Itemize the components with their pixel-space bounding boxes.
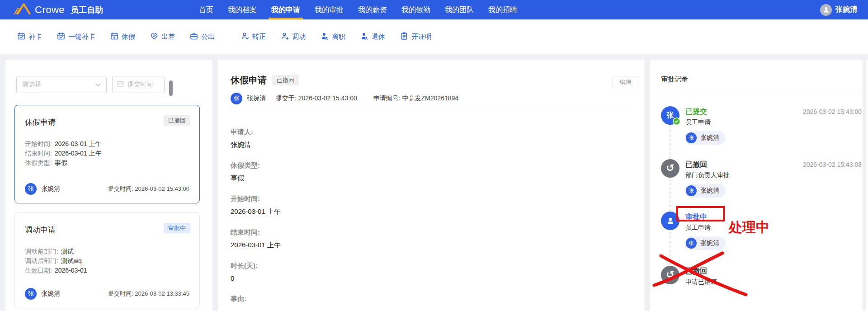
- detail-field-label: 开始时间:: [231, 195, 627, 203]
- toolbar-action-一键补卡[interactable]: 一键补卡: [57, 32, 95, 42]
- user-menu[interactable]: 张婉清: [820, 0, 857, 19]
- toolbar-action-出差[interactable]: 出差: [150, 32, 175, 42]
- nav-item-首页[interactable]: 首页: [199, 0, 213, 19]
- toolbar-action-转正[interactable]: 转正: [241, 32, 266, 42]
- field-value: 2026-03-01: [55, 266, 87, 275]
- detail-field: 开始时间:2026-03-01 上午: [231, 195, 627, 216]
- nav-item-我的薪资[interactable]: 我的薪资: [358, 0, 387, 19]
- field-label: 休假类型:: [25, 158, 52, 168]
- approver-name: 张婉清: [700, 239, 719, 247]
- submitter-name: 张婉清: [41, 185, 60, 193]
- submit-time-date-picker[interactable]: 提交时间: [112, 76, 165, 93]
- person-leave-icon: [321, 32, 329, 42]
- detail-field: 休假类型:事假: [231, 161, 627, 183]
- right-panel-scrollbar[interactable]: [863, 60, 866, 311]
- person-check-icon: [241, 32, 249, 42]
- quick-actions-toolbar: 补卡一键补卡休休假出差公出转正调动离职退休开证明: [0, 19, 868, 54]
- avatar: 张: [686, 132, 697, 143]
- toolbar-action-label: 转正: [252, 33, 266, 41]
- card-field-row: 开始时间:2026-03-01 上午: [25, 139, 189, 149]
- brand[interactable]: Crowe 员工自助: [14, 2, 103, 17]
- detail-field: 时长(天):0: [231, 262, 627, 283]
- detail-field-value: 2026-03-01 上午: [231, 207, 627, 216]
- nav-item-我的申请[interactable]: 我的申请: [271, 0, 300, 19]
- person-retire-icon: [360, 32, 368, 42]
- toolbar-action-退休[interactable]: 退休: [360, 32, 385, 42]
- application-card[interactable]: 休假申请已撤回开始时间:2026-03-01 上午结束时间:2026-03-01…: [14, 105, 200, 203]
- submit-time: 提交时间: 2026-03-02 15:43:00: [108, 185, 189, 193]
- approver-name: 张婉清: [700, 187, 719, 195]
- heart-check-icon: [150, 32, 158, 42]
- card-field-row: 休假类型:事假: [25, 158, 189, 168]
- detail-field: 事由:: [231, 295, 627, 311]
- toolbar-action-label: 休假: [122, 33, 135, 41]
- brand-product-name: 员工自助: [71, 5, 103, 15]
- nav-item-我的招聘[interactable]: 我的招聘: [488, 0, 517, 19]
- stamp-icon: [661, 212, 679, 230]
- detail-field: 结束时间:2026-03-01 上午: [231, 228, 627, 250]
- step-subtitle: 员工申请: [685, 224, 711, 232]
- undo-icon: ↺: [661, 159, 679, 178]
- approval-step: ↺已撤回申请已结束: [650, 266, 868, 311]
- detail-fields: 申请人:张婉清休假类型:事假开始时间:2026-03-01 上午结束时间:202…: [231, 128, 627, 311]
- nav-item-我的团队[interactable]: 我的团队: [445, 0, 474, 19]
- detail-status-badge: 已撤回: [272, 75, 299, 85]
- divider: [231, 110, 632, 110]
- approval-step: ↺已撤回2026-03-02 15:43:08部门负责人审批张张婉清: [650, 159, 868, 209]
- person-icon: [820, 4, 832, 16]
- card-footer: 张张婉清提交时间: 2026-03-02 13:33:45: [25, 288, 189, 300]
- toolbar-action-label: 调动: [292, 33, 306, 41]
- nav-item-我的审批[interactable]: 我的审批: [315, 0, 344, 19]
- check-badge-icon: [673, 118, 680, 125]
- calendar-check-icon: [57, 32, 65, 42]
- toolbar-action-补卡[interactable]: 补卡: [17, 32, 42, 42]
- toolbar-action-休假[interactable]: 休休假: [110, 32, 135, 42]
- nav-item-我的假勤[interactable]: 我的假勤: [401, 0, 430, 19]
- application-card[interactable]: 调动申请审批中调动前部门:测试调动后部门:测试wq生效日期:2026-03-01…: [14, 212, 200, 308]
- application-detail-panel: 休假申请 已撤回 编辑 张 张婉清 提交于: 2026-03-02 15:43:…: [218, 60, 645, 311]
- detail-field-value: 事假: [231, 174, 627, 183]
- calendar-icon: [117, 80, 124, 89]
- card-field-row: 调动后部门:测试wq: [25, 256, 189, 266]
- nav-menu: 首页我的档案我的申请我的审批我的薪资我的假勤我的团队我的招聘: [199, 0, 517, 19]
- left-panel-scrollbar-thumb[interactable]: [169, 80, 173, 96]
- approval-timeline: 张已提交2026-03-02 15:43:00员工申请张张婉清↺已撤回2026-…: [650, 60, 868, 311]
- toolbar-action-label: 退休: [372, 33, 385, 41]
- detail-field-value: 张婉清: [231, 141, 627, 149]
- toolbar-action-调动[interactable]: 调动: [281, 32, 306, 42]
- list-filters: 请选择 提交时间: [16, 76, 165, 93]
- toolbar-action-label: 开证明: [411, 33, 432, 41]
- card-status-badge: 审批中: [164, 223, 190, 233]
- field-label: 生效日期:: [25, 266, 52, 275]
- submit-time: 提交时间: 2026-03-02 13:33:45: [108, 290, 189, 298]
- step-status-title: 已撤回: [685, 267, 707, 276]
- approver-chip: 张张婉清: [684, 236, 726, 250]
- user-name: 张婉清: [835, 5, 857, 14]
- application-list-panel: 请选择 提交时间 休假申请已撤回开始时间:2026-03-01 上午结束时间:2…: [5, 60, 212, 311]
- card-fields: 开始时间:2026-03-01 上午结束时间:2026-03-01 上午休假类型…: [25, 139, 189, 168]
- detail-field-label: 休假类型:: [231, 161, 627, 170]
- detail-submitter-name: 张婉清: [247, 94, 266, 103]
- date-placeholder: 提交时间: [127, 80, 153, 89]
- detail-field-label: 结束时间:: [231, 228, 627, 237]
- detail-subheader: 张 张婉清 提交于: 2026-03-02 15:43:00 申请编号: 中竞发…: [231, 93, 475, 104]
- step-status-title: 已撤回: [685, 160, 707, 170]
- undo-icon: ↺: [661, 266, 679, 284]
- type-select[interactable]: 请选择: [16, 76, 107, 93]
- nav-item-我的档案[interactable]: 我的档案: [228, 0, 257, 19]
- type-select-placeholder: 请选择: [22, 80, 41, 89]
- toolbar-action-label: 一键补卡: [68, 33, 95, 41]
- field-label: 结束时间:: [25, 149, 52, 158]
- toolbar-action-开证明[interactable]: 开证明: [400, 32, 432, 42]
- toolbar-action-离职[interactable]: 离职: [321, 32, 345, 42]
- edit-button[interactable]: 编辑: [613, 76, 638, 88]
- person-move-icon: [281, 32, 289, 42]
- toolbar-action-公出[interactable]: 公出: [190, 32, 215, 42]
- avatar: 张: [686, 185, 697, 196]
- detail-application-number: 申请编号: 中竞发ZM20261894: [373, 94, 458, 103]
- step-subtitle: 部门负责人审批: [685, 171, 730, 179]
- detail-field-label: 事由:: [231, 295, 627, 303]
- toolbar-group-1: 补卡一键补卡休休假出差公出: [17, 32, 215, 42]
- avatar: 张: [231, 93, 242, 104]
- approval-step: 审批中员工申请张张婉清: [650, 212, 868, 261]
